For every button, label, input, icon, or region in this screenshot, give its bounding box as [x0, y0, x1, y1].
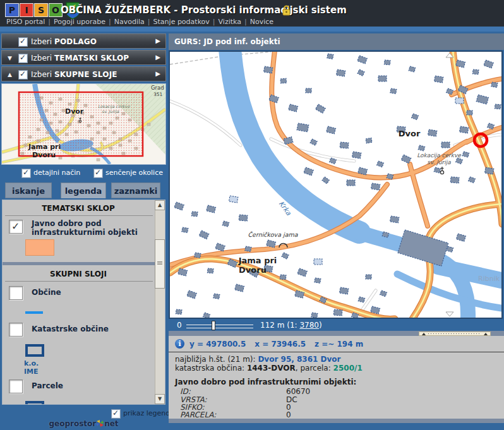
- tematski-sklop-checkbox[interactable]: [18, 54, 28, 63]
- scale-bar-row: 0 112 m (1: 3780): [169, 320, 504, 331]
- katastrske-obcine-swatch: [25, 344, 44, 357]
- menu-item-pogoji-uporabe[interactable]: Pogoji uporabe: [52, 18, 107, 26]
- menu-item-stanje-podatkov[interactable]: Stanje podatkov: [152, 18, 211, 26]
- expand-right-icon[interactable]: ▶: [155, 54, 160, 61]
- cadastral-line: katastrska občina: 1443-DVOR, parcela: 2…: [175, 364, 363, 373]
- menu-item-navodila[interactable]: Navodila: [113, 18, 146, 26]
- scale-distance: 112 m: [260, 321, 284, 330]
- nearest-house-link[interactable]: Dvor 95, 8361 Dvor: [258, 355, 340, 364]
- parcele-swatch: [25, 401, 44, 405]
- page-title: OBČINA ŽUŽEMBERK - Prostorski informacij…: [61, 4, 347, 16]
- obcine-swatch: [25, 311, 43, 314]
- svg-text:351: 351: [153, 92, 163, 97]
- menu-item-novice[interactable]: Novice: [249, 18, 275, 26]
- legend-scrollbar-thumb[interactable]: [155, 239, 165, 289]
- svg-text:Grad: Grad: [151, 85, 164, 91]
- panel-resize-handle[interactable]: [419, 331, 491, 336]
- lock-icon: [282, 5, 291, 16]
- top-header-bar: P I S O OBČINA ŽUŽEMBERK - Prostorski in…: [0, 0, 504, 27]
- piso-logo-letter-i[interactable]: I: [20, 3, 33, 17]
- svg-text:Ribnik: Ribnik: [478, 275, 500, 283]
- menu-item-vizitka[interactable]: Vizitka: [217, 18, 243, 26]
- coordinates-readout: y = 497800.5x = 73946.5z =~ 194 m: [189, 340, 372, 349]
- legend-section-tematski-sklop: TEMATSKI SKLOP: [3, 204, 154, 213]
- tab-legenda[interactable]: legenda: [61, 182, 106, 198]
- svg-text:Černičkova jama: Černičkova jama: [248, 231, 297, 238]
- sencenje-okolice-label: senčenje okolice: [105, 169, 163, 177]
- zoom-slider-track[interactable]: [186, 325, 253, 328]
- menu-item-piso-portal[interactable]: PISO portal: [5, 18, 46, 26]
- legend-parcele-label: Parcele: [32, 381, 63, 390]
- piso-logo-letter-p[interactable]: P: [5, 3, 19, 17]
- legend-javno-dobro-label: Javno dobro pod infrastrukturnimi objekt…: [32, 219, 147, 237]
- legend-obcine-label: Občine: [32, 288, 61, 297]
- svg-text:Lokacija cerkve: Lokacija cerkve: [417, 152, 462, 158]
- javno-dobro-swatch: [25, 239, 54, 256]
- tab-zaznamki[interactable]: zaznamki: [111, 182, 160, 198]
- scale-ratio-link[interactable]: 3780: [299, 321, 319, 330]
- legend-katastrske-obcine-label: Katastrske občine: [32, 325, 109, 333]
- detajlni-nacin-checkbox[interactable]: [21, 169, 31, 178]
- prikaz-legende-checkbox[interactable]: [111, 409, 121, 419]
- legend-section-skupni-sloji: SKUPNI SLOJI: [3, 270, 154, 278]
- svg-text:Ribnik: Ribnik: [76, 143, 93, 149]
- legend-panel: TEMATSKI SKLOP Javno dobro pod infrastru…: [2, 200, 165, 405]
- piso-logo-letter-s[interactable]: S: [34, 3, 48, 17]
- zoom-slider-handle[interactable]: [212, 321, 215, 330]
- svg-text:Dvoru: Dvoru: [32, 151, 56, 159]
- geoprostor-pinwheel-icon: [96, 420, 104, 427]
- svg-text:Dvor: Dvor: [65, 107, 84, 116]
- legend-scroll-down-button[interactable]: ▼: [155, 394, 165, 404]
- nearest-house-line: najbližja h.št. (21 m): Dvor 95, 8361 Dv…: [175, 355, 341, 364]
- svg-text:sv. Jurija: sv. Jurija: [102, 109, 119, 114]
- accordion-izberi-skupne-sloje[interactable]: ▲ Izberi SKUPNE SLOJE ▶: [1, 66, 166, 81]
- overview-minimap[interactable]: Dvor Lokacija cerkve sv. Jurija Jama pri…: [1, 83, 166, 165]
- feature-section-title: Javno dobro pod infrastrukturnimi objekt…: [175, 378, 356, 386]
- legend-katastrske-obcine-checkbox[interactable]: [9, 323, 23, 337]
- header-divider: [0, 27, 504, 32]
- sencenje-okolice-checkbox[interactable]: [93, 169, 103, 178]
- legend-obcine-checkbox[interactable]: [9, 286, 23, 300]
- svg-text:Dvor: Dvor: [399, 129, 421, 138]
- svg-text:Jama pri: Jama pri: [238, 256, 277, 265]
- prikaz-legende-label: prikaz legende: [123, 409, 174, 417]
- svg-text:sv. Jurija: sv. Jurija: [427, 159, 451, 165]
- legend-parcele-checkbox[interactable]: [9, 379, 23, 393]
- collapse-arrow[interactable]: ▲: [8, 71, 15, 78]
- svg-text:Jama pri: Jama pri: [28, 143, 61, 151]
- feature-info-panel: i y = 497800.5x = 73946.5z =~ 194 m najb…: [169, 336, 504, 419]
- expand-right-icon[interactable]: ▶: [155, 37, 160, 44]
- legend-scroll-up-button[interactable]: ▲: [155, 200, 165, 210]
- skupne-sloje-checkbox[interactable]: [18, 70, 28, 80]
- podlago-checkbox[interactable]: [18, 37, 28, 47]
- parcel-link[interactable]: 2500/1: [333, 364, 363, 373]
- expand-right-icon[interactable]: ▶: [155, 70, 160, 77]
- scale-zero-label: 0: [177, 321, 182, 330]
- minimap-canvas: Dvor Lokacija cerkve sv. Jurija Jama pri…: [2, 84, 165, 164]
- geoprostor-logo[interactable]: geoprostornet: [0, 419, 167, 428]
- collapse-arrow[interactable]: ▼: [8, 55, 15, 61]
- detajlni-nacin-label: detajlni način: [33, 169, 80, 177]
- panel-bottom-edge: [169, 419, 504, 423]
- top-menu: PISO portal|Pogoji uporabe|Navodila|Stan…: [5, 18, 275, 26]
- legend-scrollbar-track[interactable]: [155, 210, 165, 394]
- main-map[interactable]: Dvor Lokacija cerkve sv. Jurija Černičko…: [169, 51, 503, 319]
- legend-javno-dobro-checkbox[interactable]: [9, 220, 23, 234]
- info-icon[interactable]: i: [175, 339, 184, 349]
- accordion-izberi-tematski-sklop[interactable]: ▼ Izberi TEMATSKI SKLOP ▶: [1, 50, 166, 65]
- svg-text:Dvoru: Dvoru: [239, 265, 267, 275]
- accordion-izberi-podlago[interactable]: Izberi PODLAGO ▶: [1, 33, 166, 49]
- tab-iskanje[interactable]: iskanje: [5, 182, 52, 198]
- piso-app: P I S O OBČINA ŽUŽEMBERK - Prostorski in…: [0, 0, 504, 430]
- svg-text:Lokacija cerkve: Lokacija cerkve: [98, 104, 130, 109]
- map-canvas: Dvor Lokacija cerkve sv. Jurija Černičko…: [170, 52, 501, 318]
- map-layer-title: GURS: JD pod inf. objekti: [169, 33, 504, 50]
